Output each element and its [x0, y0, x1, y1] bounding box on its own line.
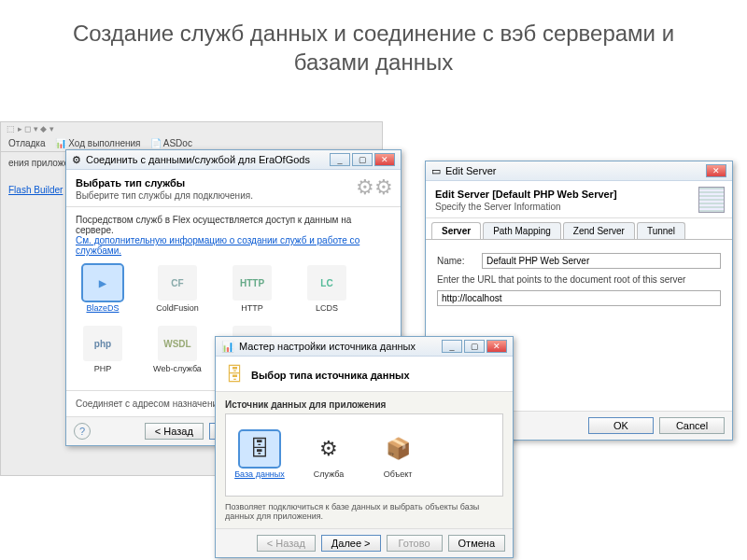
name-label: Name: — [437, 256, 474, 266]
tab-tunnel[interactable]: Tunnel — [637, 222, 685, 239]
dialog-title: Мастер настройки источника данных — [239, 341, 416, 352]
tab-server[interactable]: Server — [431, 222, 481, 239]
flash-builder-link[interactable]: Flash Builder — [8, 185, 63, 195]
back-button[interactable]: < Назад — [257, 535, 316, 552]
tab-debug[interactable]: Отладка — [8, 138, 46, 148]
minimize-button[interactable]: _ — [442, 340, 462, 353]
service-wsdl[interactable]: WSDLWeb-служба — [150, 326, 204, 373]
tab-asdoc[interactable]: 📄 ASDoc — [150, 138, 192, 148]
close-button[interactable]: ✕ — [706, 164, 726, 177]
dialog-title: Соединить с данными/службой для EraOfGod… — [86, 154, 310, 165]
minimize-button[interactable]: _ — [330, 153, 350, 166]
cancel-button[interactable]: Отмена — [448, 535, 505, 552]
description-text: Позволяет подключиться к базе данных и в… — [225, 502, 503, 521]
service-coldfusion[interactable]: CFColdFusion — [150, 265, 204, 313]
server-name-input[interactable] — [482, 253, 721, 269]
wizard-subheading: Выберите тип службы для подключения. — [76, 190, 391, 201]
db-icon: 🗄 — [225, 364, 244, 385]
datasource-type-grid: 🗄База данных⚙Служба📦Объект — [233, 422, 495, 488]
heading: Edit Server [Default PHP Web Server] — [435, 189, 723, 200]
server-tabs: Server Path Mapping Zend Server Tunnel — [426, 218, 732, 240]
service-lcds[interactable]: LCLCDS — [300, 265, 354, 313]
ds-db[interactable]: 🗄База данных — [233, 431, 286, 479]
maximize-button[interactable]: ▢ — [464, 340, 485, 353]
server-url-input[interactable] — [437, 290, 721, 306]
datasource-wizard: 📊 Мастер настройки источника данных _ ▢ … — [215, 336, 514, 558]
service-php[interactable]: phpPHP — [76, 326, 130, 373]
window-icon: ▭ — [431, 165, 441, 177]
more-info-link[interactable]: См. дополнительную информацию о создании… — [76, 235, 359, 256]
gears-icon: ⚙ — [72, 154, 81, 166]
ds-obj[interactable]: 📦Объект — [372, 431, 424, 479]
next-button[interactable]: Далее > — [321, 535, 381, 552]
finish-button[interactable]: Готово — [387, 535, 443, 552]
wizard-icon: 📊 — [221, 341, 234, 353]
help-button[interactable]: ? — [74, 423, 91, 440]
tab-path-mapping[interactable]: Path Mapping — [483, 222, 561, 239]
tab-progress[interactable]: 📊 Ход выполнения — [55, 138, 141, 148]
maximize-button[interactable]: ▢ — [352, 153, 373, 166]
intro-text: Посредством служб в Flex осуществляется … — [76, 215, 391, 235]
close-button[interactable]: ✕ — [486, 340, 507, 353]
server-icon — [698, 187, 725, 213]
ds-svc[interactable]: ⚙Служба — [303, 431, 355, 479]
service-http[interactable]: HTTPHTTP — [225, 265, 279, 313]
url-note: Enter the URL that points to the documen… — [437, 274, 721, 285]
heading: Выбор типа источника данных — [251, 370, 410, 381]
ok-button[interactable]: OK — [588, 417, 654, 434]
dialog-title: Edit Server — [445, 165, 496, 176]
close-button[interactable]: ✕ — [374, 153, 395, 166]
back-button[interactable]: < Назад — [145, 423, 204, 440]
wizard-heading: Выбрать тип службы — [76, 177, 391, 189]
service-blazeds[interactable]: ▶BlazeDS — [76, 265, 130, 313]
tab-zend[interactable]: Zend Server — [563, 222, 635, 239]
slide-title: Создание служб данных и соединение с вэб… — [0, 0, 747, 86]
subheading: Specify the Server Information — [435, 202, 723, 212]
cancel-button[interactable]: Cancel — [659, 417, 725, 434]
gears-decor-icon: ⚙⚙ — [356, 175, 393, 200]
section-label: Источник данных для приложения — [225, 399, 503, 410]
